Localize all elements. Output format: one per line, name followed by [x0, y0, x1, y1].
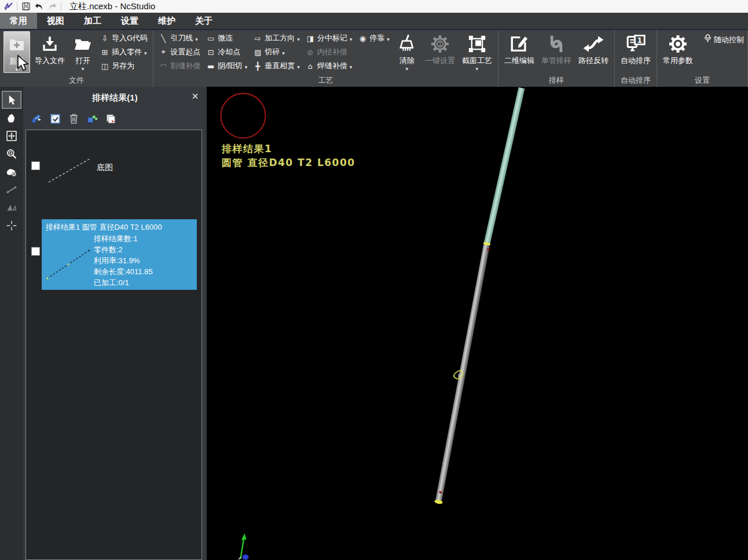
perpendicular-button[interactable]: ╋ 垂直相贯: [251, 59, 302, 73]
edit-2d-icon: [509, 32, 529, 56]
center-mark-icon: ◨: [306, 34, 315, 43]
machine-direction-button[interactable]: ⇨ 加工方向: [251, 31, 302, 45]
fit-view-button[interactable]: [2, 127, 21, 144]
result-selected-box[interactable]: 排样结果1 圆管 直径D40 T2 L6000 排样结果数:1 零件数:2 利用…: [42, 219, 197, 290]
clear-label: 清除: [399, 56, 415, 65]
micro-joint-label: 微连: [218, 33, 233, 43]
section-process-button[interactable]: 截面工艺: [460, 31, 494, 71]
stat-results-count: 排样结果数:1: [94, 233, 153, 244]
undo-icon[interactable]: [34, 2, 44, 12]
dropdown-caret: [144, 47, 147, 57]
weld-comp-icon: ⌂: [306, 62, 315, 71]
lead-line-icon: ╲: [159, 34, 168, 43]
dock-button[interactable]: ◉ 停靠: [356, 31, 391, 45]
insert-part-button[interactable]: ⊞ 插入零件: [98, 45, 149, 59]
micro-joint-button[interactable]: ▭ 微连: [204, 31, 249, 45]
follow-control-button[interactable]: 随动控制: [703, 34, 744, 46]
open-button-label: 打开: [75, 56, 90, 65]
result-visibility-checkbox[interactable]: [31, 247, 40, 256]
panel-header: 排样结果(1): [23, 87, 207, 109]
import-gcode-label: 导入G代码: [112, 33, 148, 43]
stat-parts-count: 零件数:2: [94, 244, 153, 255]
title-bar: 立柱.ncexb - NcStudio: [0, 0, 748, 13]
add-copies-button[interactable]: [87, 113, 98, 124]
center-mark-button[interactable]: ◨ 分中标记: [304, 31, 354, 45]
viewport-canvas: 排样结果1 圆管 直径D40 T2 L6000: [207, 87, 748, 560]
select-all-button[interactable]: [50, 113, 61, 124]
nest-3d-view-button[interactable]: [31, 113, 42, 124]
dropdown-caret: [195, 33, 198, 43]
lead-line-label: 引刀线: [170, 33, 193, 43]
select-tool-button[interactable]: [2, 91, 21, 108]
tab-machining[interactable]: 加工: [74, 13, 111, 29]
lead-line-button[interactable]: ╲ 引刀线: [157, 31, 202, 45]
dropdown-caret: [16, 65, 19, 71]
broom-icon: [398, 32, 416, 56]
micro-joint-icon: ▭: [206, 34, 215, 43]
chop-icon: ▨: [253, 48, 262, 57]
tab-settings[interactable]: 设置: [111, 13, 148, 29]
import-file-label: 导入文件: [35, 56, 65, 65]
pan-tool-button[interactable]: [2, 109, 21, 126]
import-gcode-button[interactable]: ⇩ 导入G代码: [98, 31, 149, 45]
open-button[interactable]: 打开: [69, 31, 96, 71]
close-icon[interactable]: [192, 90, 199, 102]
import-file-icon: [41, 32, 58, 56]
list-item-result[interactable]: 排样结果1 圆管 直径D40 T2 L6000 排样结果数:1 零件数:2 利用…: [26, 219, 201, 291]
new-button-label: 新建: [9, 57, 24, 65]
set-start-button[interactable]: ⌖ 设置起点: [157, 45, 202, 59]
ribbon-group-sort: 1 自动排序 自动排序: [615, 30, 657, 87]
tab-about[interactable]: 关于: [185, 13, 222, 29]
sort-group-label: 自动排序: [618, 75, 653, 87]
tab-home[interactable]: 常用: [0, 13, 37, 29]
gear-icon: [668, 32, 688, 56]
file-group-label: 文件: [3, 75, 149, 87]
dropdown-caret: [387, 33, 390, 43]
machine-direction-icon: ⇨: [253, 34, 262, 43]
base-thumbnail: [45, 153, 94, 187]
dropdown-caret: [406, 65, 409, 71]
save-icon[interactable]: [21, 2, 31, 12]
nest-3d-icon: [31, 113, 42, 124]
cooling-point-label: 冷却点: [218, 47, 240, 57]
duplicate-button[interactable]: [105, 113, 116, 124]
result-title: 排样结果1 圆管 直径D40 T2 L6000: [42, 219, 197, 234]
weld-comp-button[interactable]: ⌂ 焊缝补偿: [304, 59, 354, 73]
dropdown-caret: [245, 61, 248, 71]
viewport-3d[interactable]: 排样结果1 圆管 直径D40 T2 L6000: [207, 87, 748, 560]
new-button[interactable]: 新建: [3, 31, 30, 73]
path-reverse-button[interactable]: 路径反转: [576, 31, 611, 65]
new-file-icon: [8, 32, 25, 57]
process-group-label: 工艺: [157, 75, 494, 87]
delete-result-button[interactable]: [68, 113, 79, 124]
tab-maintenance[interactable]: 维护: [148, 13, 185, 29]
selection-circle: [221, 94, 266, 138]
pipe-teal-segment[interactable]: [484, 87, 525, 244]
auto-sort-icon: 1: [625, 32, 646, 56]
crosshair-tool-button[interactable]: [2, 217, 21, 234]
yin-yang-cut-button[interactable]: ▬ 阴/阳切: [204, 59, 249, 73]
ribbon-group-nest: 二维编辑 单管排样 路径反转 排样: [498, 30, 615, 87]
section-process-icon: [467, 32, 487, 56]
import-file-button[interactable]: 导入文件: [32, 31, 67, 65]
svg-text:1: 1: [637, 36, 642, 45]
zoom-tool-button[interactable]: [2, 145, 21, 162]
view-3d-button[interactable]: [2, 163, 21, 180]
inner-comp-label: 内径补偿: [317, 47, 347, 57]
chop-button[interactable]: ▨ 切碎: [251, 45, 302, 59]
dropdown-caret: [82, 65, 85, 71]
cooling-point-button[interactable]: ⊡ 冷却点: [204, 45, 249, 59]
clear-button[interactable]: 清除: [394, 31, 420, 71]
dropdown-caret: [350, 61, 353, 71]
dock-icon: ◉: [358, 34, 367, 43]
auto-sort-button[interactable]: 1 自动排序: [618, 31, 653, 65]
save-as-button[interactable]: ◫ 另存为: [98, 59, 149, 73]
list-item-base[interactable]: 底图: [26, 138, 201, 215]
base-visibility-checkbox[interactable]: [31, 161, 40, 170]
edit-2d-button[interactable]: 二维编辑: [502, 31, 537, 65]
common-params-button[interactable]: 常用参数: [661, 31, 695, 65]
tab-view[interactable]: 视图: [37, 13, 74, 29]
viewport-label-line2: 圆管 直径D40 T2 L6000: [222, 157, 355, 168]
kerf-comp-icon: ◠: [159, 62, 168, 71]
panel-title: 排样结果(1): [92, 93, 137, 104]
